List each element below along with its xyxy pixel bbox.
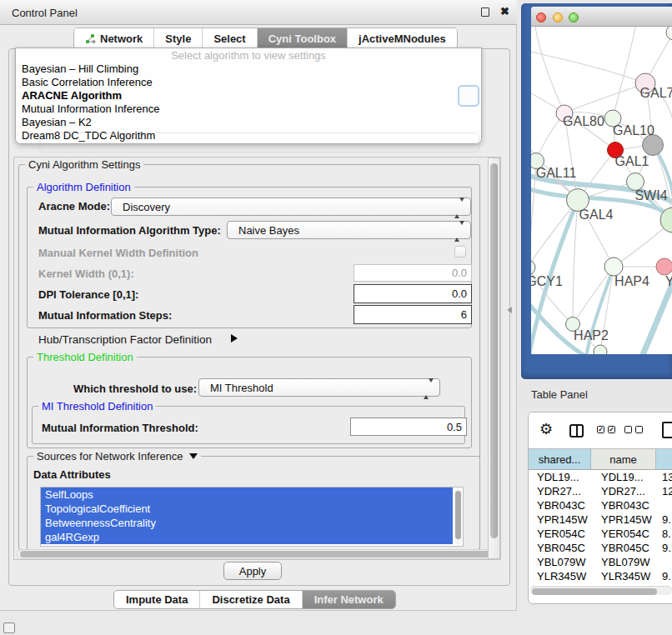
close-icon[interactable]: ✖ (500, 5, 509, 18)
zoom-traffic-light-icon[interactable] (569, 12, 579, 22)
expand-arrow-icon[interactable] (231, 334, 238, 342)
table-cell[interactable]: YDR27... (529, 484, 591, 498)
attribute-option-selfloops[interactable]: SelfLoops (41, 488, 453, 502)
tab-discretize-data[interactable]: Discretize Data (200, 591, 302, 608)
table-row[interactable]: YBR045CYBR045C9. (529, 541, 672, 555)
attribute-option-gal4rgexp[interactable]: gal4RGexp (41, 530, 453, 544)
algorithm-option-bayesian-k2[interactable]: Bayesian – K2 (16, 116, 481, 129)
table-row[interactable]: YER054CYER054C8. (529, 527, 672, 541)
table-cell[interactable]: YBR043C (529, 498, 591, 512)
node-top-right[interactable] (666, 27, 672, 40)
table-cell[interactable]: 9. (656, 569, 672, 583)
mi-steps-field[interactable]: 6 (354, 305, 472, 324)
table-cell[interactable]: YBR045C (591, 541, 656, 555)
table-cell[interactable]: YDL19... (591, 470, 656, 484)
table-cell[interactable]: YBL079W (529, 555, 591, 569)
node-label-y: Y (665, 274, 672, 288)
close-traffic-light-icon[interactable] (536, 12, 546, 22)
table-row[interactable]: YBL079WYBL079W (529, 555, 672, 569)
table-cell[interactable] (656, 555, 672, 569)
mi-threshold-field[interactable]: 0.5 (350, 418, 467, 436)
table-cell[interactable]: 9. (656, 541, 672, 555)
algorithm-option-mutual-information-inference[interactable]: Mutual Information Inference (16, 102, 481, 116)
minimized-panel-icon[interactable] (3, 622, 15, 633)
data-attributes-list[interactable]: SelfLoopsTopologicalCoefficientBetweenne… (40, 487, 464, 547)
apply-button[interactable]: Apply (223, 562, 282, 580)
node-hap4[interactable] (604, 258, 623, 276)
tab-impute-data[interactable]: Impute Data (114, 591, 200, 608)
tab-infer-network[interactable]: Infer Network (303, 591, 395, 608)
dpi-tolerance-field[interactable]: 0.0 (354, 284, 472, 303)
table-cell[interactable]: 8. (656, 527, 672, 541)
node-gray[interactable] (643, 135, 664, 156)
table-horizontal-scrollbar[interactable] (530, 586, 672, 595)
column-layout-icon[interactable] (569, 424, 584, 438)
node-label-swi4: SWI4 (634, 188, 667, 202)
table-row[interactable]: YDL19...YDL19...13 (529, 470, 672, 484)
table-cell[interactable]: YBR045C (529, 541, 591, 555)
tab-network[interactable]: Network (74, 28, 154, 48)
collapse-arrow-icon[interactable] (189, 453, 198, 459)
control-panel-tabs: NetworkStyleSelectCyni ToolboxjActiveMNo… (73, 28, 458, 49)
table-cell[interactable]: YBL079W (591, 555, 656, 569)
tab-label: Cyni Toolbox (268, 32, 336, 45)
attribute-option-betweennesscentrality[interactable]: BetweennessCentrality (41, 516, 453, 530)
ghost-input-box (39, 132, 479, 152)
table-cell[interactable]: YLR345W (529, 569, 591, 583)
table-cell[interactable]: 12 (656, 484, 672, 498)
table-cell[interactable]: 13 (656, 470, 672, 484)
table-row[interactable]: YBR043CYBR043C (529, 498, 672, 512)
table-cell[interactable]: YBR043C (591, 498, 656, 512)
algorithm-option-basic-correlation-inference[interactable]: Basic Correlation Inference (16, 76, 481, 89)
table-row[interactable]: YPR145WYPR145W9. (529, 512, 672, 527)
table-cell[interactable]: YLR345W (591, 569, 656, 583)
column-header-2[interactable] (656, 449, 672, 469)
deselect-all-checkbox-icon[interactable] (624, 426, 632, 433)
table-cell[interactable]: 9. (656, 512, 672, 527)
tab-select[interactable]: Select (203, 28, 257, 48)
column-header-name[interactable]: name (591, 449, 656, 469)
column-header-shared-[interactable]: shared... (529, 449, 591, 469)
new-table-icon[interactable] (662, 422, 672, 438)
algorithm-option-bayesian-hill-climbing[interactable]: Bayesian – Hill Climbing (16, 62, 481, 76)
select-all-checkbox-icon[interactable]: ✓ (608, 426, 615, 433)
table-cell[interactable]: YPR145W (591, 512, 656, 527)
table-cell[interactable]: YER054C (591, 527, 656, 541)
tab-style[interactable]: Style (154, 28, 203, 48)
which-threshold-select[interactable]: MI Threshold (198, 378, 440, 397)
tab-jactivemnodules[interactable]: jActiveMNodules (348, 28, 457, 48)
select-all-checkbox-icon[interactable]: ✓ (597, 426, 604, 433)
mi-algorithm-type-label: Mutual Information Algorithm Type: (38, 224, 221, 237)
node-gcy1[interactable] (531, 260, 535, 275)
node-bottom[interactable] (594, 345, 607, 354)
table-row[interactable]: YLR345WYLR345W9. (529, 569, 672, 583)
mi-algorithm-type-select[interactable]: Naive Bayes (227, 221, 471, 239)
attribute-option-topologicalcoefficient[interactable]: TopologicalCoefficient (41, 502, 453, 516)
node-pink[interactable] (656, 258, 672, 275)
deselect-all-checkbox-icon[interactable] (635, 426, 643, 433)
kernel-width-field[interactable]: 0.0 (354, 264, 472, 282)
panel-splitter-arrow[interactable] (507, 307, 512, 313)
table-row[interactable]: YDR27...YDR27...12 (529, 484, 672, 498)
settings-horizontal-scrollbar[interactable] (17, 549, 499, 559)
table-cell[interactable]: YDR27... (591, 484, 656, 498)
sources-title[interactable]: Sources for Network Inference (33, 450, 201, 462)
settings-vertical-scrollbar[interactable] (488, 158, 500, 559)
network-canvas[interactable]: GAL7GAL80GAL10GAL1GAL11SWI4GAL4GCY1HAP4Y… (531, 27, 672, 354)
table-cell[interactable]: YER054C (529, 527, 591, 541)
algorithm-option-aracne-algorithm[interactable]: ARACNE Algorithm (16, 89, 481, 102)
hub-section-label[interactable]: Hub/Transcription Factor Definition (38, 333, 212, 346)
tab-label: Select (213, 32, 245, 45)
float-window-icon[interactable] (481, 8, 489, 17)
table-cell[interactable] (656, 498, 672, 512)
tab-cyni-toolbox[interactable]: Cyni Toolbox (258, 28, 348, 48)
table-cell[interactable]: YDL19... (529, 470, 591, 484)
algorithm-dropdown-hint: Select algorithm to view settings (16, 48, 481, 62)
gear-icon[interactable]: ⚙ (539, 420, 553, 438)
attributes-scrollbar[interactable] (454, 489, 462, 544)
minimize-traffic-light-icon[interactable] (553, 12, 563, 22)
aracne-mode-select[interactable]: Discovery (111, 198, 471, 216)
manual-kernel-checkbox[interactable] (454, 246, 466, 258)
table-cell[interactable]: YPR145W (529, 512, 591, 527)
network-window-titlebar[interactable] (531, 7, 672, 27)
